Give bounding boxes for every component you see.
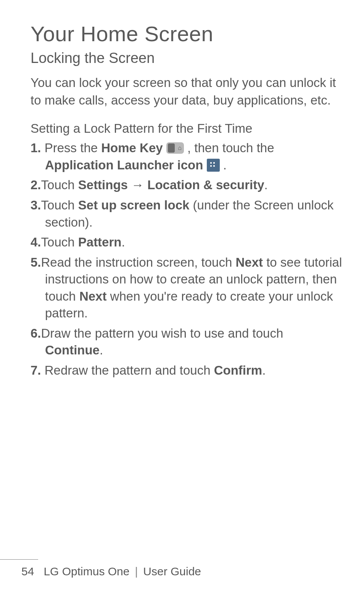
step-text: , then touch the: [184, 141, 274, 155]
subsection-title: Locking the Screen: [31, 50, 343, 66]
settings-label: Settings: [78, 178, 128, 192]
step-text: .: [220, 158, 227, 172]
step-text: .: [264, 178, 268, 192]
app-launcher-label: Application Launcher icon: [45, 158, 203, 172]
step-5: 5.Read the instruction screen, touch Nex…: [31, 254, 343, 322]
step-text: .: [262, 363, 266, 377]
page-number: 54: [21, 565, 34, 578]
step-number: 6.: [31, 326, 41, 340]
step-text: Redraw the pattern and touch: [41, 363, 214, 377]
step-4: 4.Touch Pattern.: [31, 234, 343, 251]
doc-type: User Guide: [143, 565, 201, 578]
footer-divider-line: [0, 559, 38, 560]
svg-point-2: [210, 165, 211, 167]
step-number: 3.: [31, 198, 41, 212]
step-text: .: [121, 235, 125, 249]
app-launcher-icon: [207, 159, 220, 172]
step-1: 1. Press the Home Key , then touch the A…: [31, 140, 343, 174]
section-title: Your Home Screen: [31, 21, 343, 46]
step-text: .: [100, 343, 103, 357]
product-name: LG Optimus One: [43, 565, 129, 578]
steps-list: 1. Press the Home Key , then touch the A…: [31, 140, 343, 379]
step-3: 3.Touch Set up screen lock (under the Sc…: [31, 197, 343, 231]
svg-point-1: [213, 162, 214, 164]
home-key-icon: [166, 142, 184, 154]
svg-point-0: [210, 162, 211, 164]
intro-paragraph: You can lock your screen so that only yo…: [31, 74, 343, 109]
page-footer: 54 LG Optimus One|User Guide: [21, 565, 201, 578]
footer-divider: |: [135, 565, 138, 578]
step-number: 7.: [31, 363, 41, 377]
next-label: Next: [79, 289, 107, 303]
step-text: Touch: [41, 235, 78, 249]
step-7: 7. Redraw the pattern and touch Confirm.: [31, 362, 343, 379]
step-text: Read the instruction screen, touch: [41, 255, 236, 269]
step-6: 6.Draw the pattern you wish to use and t…: [31, 325, 343, 359]
pattern-label: Pattern: [78, 235, 122, 249]
step-number: 5.: [31, 255, 41, 269]
svg-point-3: [213, 165, 214, 167]
step-number: 2.: [31, 178, 41, 192]
manual-page: Your Home Screen Locking the Screen You …: [0, 0, 364, 594]
step-text: Draw the pattern you wish to use and tou…: [41, 326, 283, 340]
step-text: Press the: [41, 141, 101, 155]
home-key-label: Home Key: [101, 141, 163, 155]
step-text: Touch: [41, 198, 78, 212]
setup-screen-lock-label: Set up screen lock: [78, 198, 190, 212]
step-2: 2.Touch Settings → Location & security.: [31, 177, 343, 194]
step-text: Touch: [41, 178, 78, 192]
steps-heading: Setting a Lock Pattern for the First Tim…: [31, 121, 343, 136]
location-security-label: Location & security: [147, 178, 264, 192]
step-number: 4.: [31, 235, 41, 249]
step-number: 1.: [31, 141, 41, 155]
continue-label: Continue: [45, 343, 100, 357]
confirm-label: Confirm: [214, 363, 263, 377]
next-label: Next: [235, 255, 263, 269]
arrow: →: [128, 178, 147, 192]
